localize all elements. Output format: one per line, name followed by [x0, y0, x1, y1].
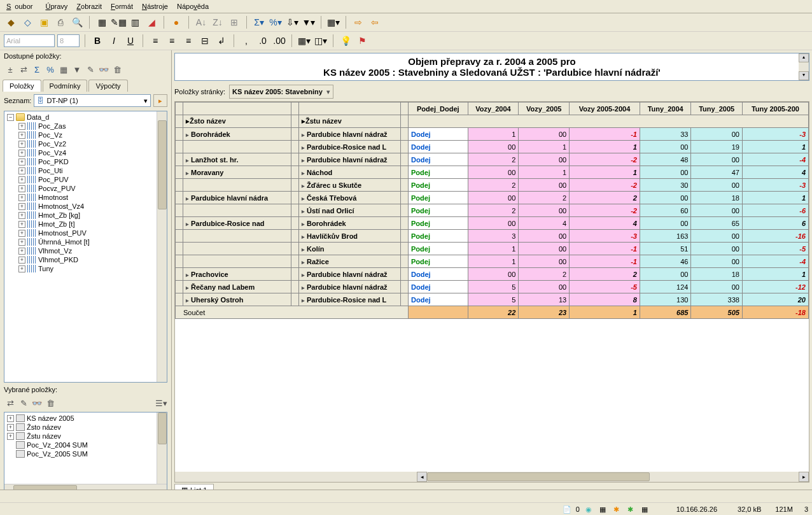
selected-scrollbar-v[interactable] [157, 413, 167, 494]
tree-item[interactable]: +Poc_Vz [17, 131, 165, 139]
table-row[interactable]: ▸Řečany nad Labem▸Pardubice hlavní nádra… [176, 281, 809, 293]
table-row[interactable]: ▸Prachovice▸Pardubice hlavní nádražDodej… [176, 268, 809, 281]
glasses-icon[interactable]: 👓 [97, 63, 110, 76]
flag-icon[interactable]: ⚑ [355, 34, 369, 48]
tree-item[interactable]: +Hmotnost [17, 193, 165, 202]
menu-napoveda[interactable]: Nápověda [173, 1, 213, 11]
tab-polozky[interactable]: Položky [3, 80, 41, 92]
tree-item[interactable]: +Vlhmot_Vz [17, 246, 165, 255]
selected-item[interactable]: Poc_Vz_2004 SUM [6, 441, 165, 449]
refresh-icon[interactable]: ● [169, 15, 183, 29]
table-row[interactable]: ▸Ústí nad OrlicíPodej200-26000-6 [176, 204, 809, 217]
menu-soubor[interactable]: Soubor [3, 1, 40, 11]
format-icon[interactable]: ▦▾ [297, 34, 311, 48]
status-icon-3[interactable]: ✱ [612, 504, 622, 514]
props-icon[interactable]: ▦ [57, 63, 70, 76]
tree-item[interactable]: +Poc_PKD [17, 157, 165, 166]
status-icon-4[interactable]: ✱ [626, 504, 636, 514]
font-select[interactable] [4, 34, 55, 47]
table-row[interactable]: ▸Uherský Ostroh▸Pardubice-Rosice nad LDo… [176, 293, 809, 306]
rowhdr-zsto[interactable]: ▸Žsto název [183, 115, 291, 128]
scroll-left-icon[interactable]: ◂ [417, 472, 427, 482]
wrap-icon[interactable]: ↲ [214, 34, 228, 48]
comma-icon[interactable]: , [239, 34, 253, 48]
table-row[interactable]: ▸Lanžhot st. hr.▸Pardubice hlavní nádraž… [176, 153, 809, 166]
col-tuny-diff[interactable]: Tuny 2005-200 [742, 102, 808, 115]
selected-tree[interactable]: +KS název 2005+Žsto název+Žstu názevPoc_… [4, 412, 167, 495]
align-center-icon[interactable]: ≡ [165, 34, 179, 48]
stop-icon[interactable]: ⇦ [368, 15, 382, 29]
tree-item[interactable]: +Poc_Uti [17, 166, 165, 175]
align-right-icon[interactable]: ≡ [181, 34, 195, 48]
grid-scrollbar-h[interactable]: ◂ ▸ [175, 472, 809, 482]
tree-item[interactable]: +Hmot_Zb [kg] [17, 211, 165, 220]
size-select[interactable] [57, 34, 80, 47]
chart-icon[interactable]: ◢ [144, 15, 158, 29]
tree-item[interactable]: +Hmotnost_PUV [17, 229, 165, 237]
tree-scrollbar[interactable] [157, 111, 167, 382]
menu-nastroje[interactable]: Nástroje [138, 1, 172, 11]
percent-mini-icon[interactable]: % [44, 63, 57, 76]
sum-icon[interactable]: Σ▾ [252, 15, 266, 29]
bold-icon[interactable]: B [90, 34, 104, 48]
table-row[interactable]: ▸Pardubice-Rosice nad▸BorohrádekPodej004… [176, 217, 809, 230]
data-grid[interactable]: Podej_Dodej Vozy_2004 Vozy_2005 Vozy 200… [174, 101, 809, 483]
merge-icon[interactable]: ⊟ [198, 34, 212, 48]
tree-item[interactable]: +Poc_PUV [17, 175, 165, 184]
italic-icon[interactable]: I [107, 34, 121, 48]
menu-format[interactable]: Formát [107, 1, 137, 11]
table-row[interactable]: ▸KolínPodej100-15100-5 [176, 243, 809, 255]
table-row[interactable]: ▸Pardubice hlavní nádra▸Česká TřebováPod… [176, 192, 809, 204]
table-row[interactable]: ▸Havlíčkův BrodPodej300-316300-16 [176, 230, 809, 243]
sum-mini-icon[interactable]: Σ [31, 63, 43, 76]
run-icon[interactable]: ⇨ [351, 15, 365, 29]
col-vozy-2004[interactable]: Vozy_2004 [468, 102, 519, 115]
seznam-go-button[interactable]: ▸ [153, 94, 167, 107]
title-scrollbar[interactable]: ▴ ▾ [799, 53, 809, 80]
save-icon[interactable]: ▣ [37, 15, 51, 29]
seznam-select[interactable]: 🗄 DT-NP (1) ▾ [34, 94, 151, 107]
col-podej-dodej[interactable]: Podej_Dodej [409, 102, 468, 115]
decimal-dec-icon[interactable]: .00 [272, 34, 286, 48]
swap-icon[interactable]: ⇄ [4, 397, 17, 409]
glasses-sel-icon[interactable]: 👓 [31, 397, 43, 409]
page-filter[interactable]: KS název 2005: Stavebniny▾ [229, 85, 333, 99]
items-tree[interactable]: −Data_d +Poc_Zas+Poc_Vz+Poc_Vz2+Poc_Vz4+… [4, 111, 167, 383]
remove-icon[interactable]: ⇄ [17, 63, 30, 76]
tree-item[interactable]: +Hmot_Zb [t] [17, 220, 165, 229]
new-icon[interactable]: ◆ [4, 15, 18, 29]
menu-zobrazit[interactable]: Zobrazit [73, 1, 106, 11]
table-row[interactable]: ▸RažicePodej100-14600-4 [176, 255, 809, 268]
col-vozy-2005[interactable]: Vozy_2005 [519, 102, 570, 115]
tree-item[interactable]: +Tuny [17, 264, 165, 273]
menu-upravy[interactable]: Úpravy [41, 1, 71, 11]
tree-item[interactable]: +Vlhmot_PKD [17, 255, 165, 264]
rowhdr-zstu[interactable]: ▸Žstu název [299, 115, 401, 128]
edit-icon[interactable]: ✎▦ [111, 15, 125, 29]
drill-icon[interactable]: ⇩▾ [285, 15, 299, 29]
col-tuny-2004[interactable]: Tuny_2004 [640, 102, 691, 115]
tree-item[interactable]: +Hmotnost_Vz4 [17, 202, 165, 211]
open-icon[interactable]: ◇ [20, 15, 34, 29]
col-tuny-2005[interactable]: Tuny_2005 [691, 102, 743, 115]
tree-item[interactable]: +Poc_Vz4 [17, 148, 165, 157]
table-row[interactable]: ▸Moravany▸NáchodPodej001100474 [176, 166, 809, 179]
tree-root[interactable]: −Data_d [6, 113, 165, 122]
percent-icon[interactable]: %▾ [269, 15, 283, 29]
print-icon[interactable]: ⎙ [53, 15, 67, 29]
filter-mini-icon[interactable]: ▼ [71, 63, 83, 76]
export-icon[interactable]: ▦▾ [326, 15, 340, 29]
table-row[interactable]: ▸Pardubice-Rosice nad LDodej001100191 [176, 141, 809, 153]
preview-icon[interactable]: 🔍 [70, 15, 84, 29]
table-row[interactable]: ▸Borohrádek▸Pardubice hlavní nádražDodej… [176, 128, 809, 141]
sort-asc-icon[interactable]: A↓ [194, 15, 208, 29]
status-icon-2[interactable]: ▦ [598, 504, 608, 514]
decimal-inc-icon[interactable]: .0 [256, 34, 270, 48]
tree-item[interactable]: +Poc_Zas [17, 122, 165, 131]
add-icon[interactable]: ± [4, 63, 17, 76]
style-icon[interactable]: ◫▾ [314, 34, 328, 48]
edit-mini-icon[interactable]: ✎ [84, 63, 97, 76]
trash-sel-icon[interactable]: 🗑 [44, 397, 57, 409]
align-left-icon[interactable]: ≡ [148, 34, 162, 48]
tree-item[interactable]: +Poc_Vz2 [17, 139, 165, 148]
